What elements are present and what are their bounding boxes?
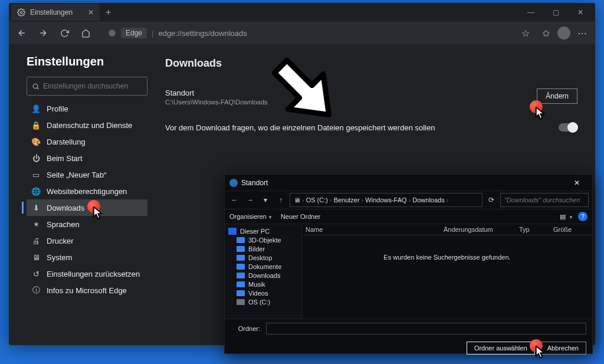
change-location-button[interactable]: Ändern [537,88,577,104]
nav-history-button[interactable]: ▾ [259,194,272,206]
folder-name-input[interactable] [266,323,586,335]
help-button[interactable]: ? [578,212,587,221]
tab-title: Einstellungen [30,8,73,17]
new-tab-button[interactable]: + [100,4,117,21]
settings-menu: 👤Profile🔒Datenschutz und Dienste🎨Darstel… [27,100,147,299]
sidebar-item-darstellung[interactable]: 🎨Darstellung [27,133,147,150]
address-protocol-badge: Edge [121,28,147,38]
nav-up-button[interactable]: ↑ [274,194,287,206]
folder-picker-dialog: Standort ✕ ← → ▾ ↑ 🖥 › OS (C:)›Benutzer›… [224,174,593,354]
sidebar-item-websiteberechtigungen[interactable]: 🌐Websiteberechtigungen [27,183,147,199]
sidebar-item-profile[interactable]: 👤Profile [27,100,147,117]
new-folder-button[interactable]: Neuer Ordner [281,213,320,220]
sidebar-item-drucker[interactable]: 🖨Drucker [27,232,147,249]
sidebar-item-datenschutz-und-dienste[interactable]: 🔒Datenschutz und Dienste [27,117,147,133]
search-icon [32,83,40,90]
tree-node[interactable]: 3D-Objekte [227,235,299,244]
window-titlebar: Einstellungen ✕ + ― ▢ ✕ [9,3,595,22]
dialog-breadcrumb[interactable]: 🖥 › OS (C:)›Benutzer›Windows-FAQ›Downloa… [290,193,482,207]
settings-search[interactable] [27,77,147,96]
tree-node[interactable]: Musik [227,280,299,288]
breadcrumb-segment[interactable]: OS (C:) [306,196,328,204]
chevron-right-icon: › [447,196,449,204]
ask-toggle[interactable] [559,123,577,132]
folder-icon [237,281,245,287]
tree-node[interactable]: Bilder [227,244,299,253]
col-date[interactable]: Änderungsdatum [444,226,508,233]
forward-button[interactable] [35,25,51,41]
sidebar-item-system[interactable]: 🖥System [27,249,147,265]
maximize-button[interactable]: ▢ [543,3,568,22]
sidebar-item-downloads[interactable]: ⬇Downloads [27,199,147,216]
dialog-body: Dieser PC3D-ObjekteBilderDesktopDokument… [225,224,592,319]
breadcrumb-segment[interactable]: Windows-FAQ [365,196,406,204]
gear-icon [17,8,25,17]
folder-icon [237,273,245,278]
tree-node[interactable]: Dokumente [227,262,299,271]
browser-tab[interactable]: Einstellungen ✕ [11,4,100,21]
home-button[interactable] [77,25,94,41]
tree-node[interactable]: Downloads [227,271,299,280]
sidebar-item-label: Beim Start [47,154,83,163]
folder-icon [237,246,245,252]
dialog-navbar: ← → ▾ ↑ 🖥 › OS (C:)›Benutzer›Windows-FAQ… [225,191,592,209]
more-menu-button[interactable]: ⋯ [574,25,590,41]
dialog-search-input[interactable] [500,193,589,207]
sidebar-item-icon: 🖥 [31,252,41,262]
chevron-right-icon: › [362,196,364,204]
sidebar-item-label: Datenschutz und Dienste [47,121,132,130]
tree-node[interactable]: OS (C:) [227,297,299,306]
tree-node-label: Dokumente [248,263,281,270]
file-pane[interactable]: Name Änderungsdatum Typ Größe Es wurden … [301,224,592,319]
sidebar-item-label: Downloads [47,204,84,212]
tree-node-label: 3D-Objekte [248,237,281,244]
select-folder-button[interactable]: Ordner auswählen [467,342,535,355]
tab-close-button[interactable]: ✕ [88,8,94,17]
dialog-close-button[interactable]: ✕ [566,175,587,191]
sidebar-item-seite-neuer-tab-[interactable]: ▭Seite „Neuer Tab“ [27,166,147,183]
refresh-button[interactable] [56,25,73,41]
col-name[interactable]: Name [306,226,433,233]
breadcrumb-segment[interactable]: Benutzer [334,196,360,204]
back-button[interactable] [14,25,30,41]
col-size[interactable]: Größe [553,226,589,233]
sidebar-item-sprachen[interactable]: ✶Sprachen [27,216,147,232]
sidebar-item-beim-start[interactable]: ⏻Beim Start [27,150,147,166]
sidebar-title: Einstellungen [27,55,147,68]
close-window-button[interactable]: ✕ [568,3,593,22]
cancel-button[interactable]: Abbrechen [540,342,586,355]
col-type[interactable]: Typ [519,226,543,233]
dialog-title: Standort [241,179,268,187]
organize-menu[interactable]: Organisieren▼ [229,213,273,220]
profile-avatar[interactable] [557,27,570,40]
minimize-button[interactable]: ― [518,3,543,22]
annotation-arrow-icon [258,44,347,133]
breadcrumb-refresh-button[interactable]: ⟳ [485,194,498,206]
address-bar[interactable]: Edge | edge://settings/downloads [102,25,253,41]
tree-node[interactable]: Dieser PC [227,227,299,235]
favorites-pane-button[interactable]: ✩ [537,25,554,41]
tree-node[interactable]: Desktop [227,253,299,262]
empty-message: Es wurden keine Suchergebnisse gefunden. [302,254,592,261]
sidebar-item-infos-zu-microsoft-edge[interactable]: ⓘInfos zu Microsoft Edge [27,282,147,299]
tree-node[interactable]: Videos [227,288,299,297]
sidebar-item-label: Websiteberechtigungen [47,187,127,196]
tree-node-label: Dieser PC [240,228,270,235]
sidebar-item-einstellungen-zur-cksetzen[interactable]: ↺Einstellungen zurücksetzen [27,265,147,282]
nav-forward-button[interactable]: → [244,194,257,206]
nav-back-button[interactable]: ← [228,194,241,206]
svg-point-0 [20,11,22,14]
address-url: edge://settings/downloads [158,29,247,38]
favorite-button[interactable]: ☆ [517,25,534,41]
sidebar-item-label: Darstellung [47,137,86,146]
location-label: Standort [165,88,268,97]
sidebar-item-icon: 🖨 [31,236,41,245]
dialog-titlebar: Standort ✕ [225,175,592,191]
folder-tree[interactable]: Dieser PC3D-ObjekteBilderDesktopDokument… [225,224,301,319]
svg-point-2 [33,84,38,88]
ask-before-download-setting: Vor dem Download fragen, wo die einzelne… [165,121,577,135]
view-options-button[interactable]: ▤ ▼ [560,213,573,221]
tree-node-label: Downloads [248,272,280,279]
breadcrumb-segment[interactable]: Downloads [412,196,444,204]
settings-search-input[interactable] [43,82,142,90]
